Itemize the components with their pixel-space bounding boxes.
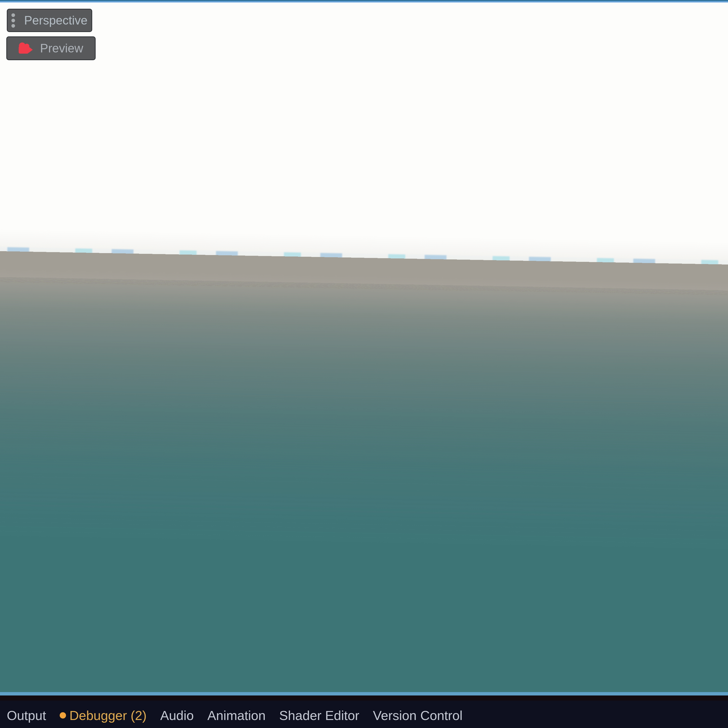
tab-animation[interactable]: Animation — [207, 708, 266, 723]
viewport-focus-border-top — [0, 0, 728, 3]
camera-icon — [19, 43, 33, 54]
tab-version-control-label: Version Control — [373, 708, 462, 723]
perspective-button[interactable]: Perspective — [7, 9, 92, 32]
sky — [0, 0, 728, 284]
distance-fog — [0, 251, 728, 552]
three-dots-vertical-icon — [11, 13, 15, 28]
preview-button[interactable]: Preview — [6, 37, 96, 60]
debugger-activity-dot-icon — [60, 712, 66, 719]
preview-button-label: Preview — [40, 41, 83, 55]
tab-output-label: Output — [7, 708, 46, 723]
bottom-panel: Output Debugger (2) Audio Animation Shad… — [0, 696, 728, 728]
tab-audio-label: Audio — [160, 708, 194, 723]
tab-debugger[interactable]: Debugger (2) — [60, 708, 147, 723]
tab-shader-editor-label: Shader Editor — [279, 708, 359, 723]
tab-audio[interactable]: Audio — [160, 708, 194, 723]
godot-editor: Perspective Preview Output Debugger (2) … — [0, 0, 728, 728]
scene-camera-roll — [0, 0, 728, 696]
tab-version-control[interactable]: Version Control — [373, 708, 462, 723]
3d-viewport[interactable]: Perspective Preview — [0, 0, 728, 696]
bottom-panel-tabs: Output Debugger (2) Audio Animation Shad… — [7, 703, 462, 728]
viewport-focus-border-bottom — [0, 692, 728, 696]
tab-animation-label: Animation — [207, 708, 266, 723]
perspective-button-label: Perspective — [24, 13, 87, 28]
tab-shader-editor[interactable]: Shader Editor — [279, 708, 359, 723]
tab-output[interactable]: Output — [7, 708, 46, 723]
tab-debugger-label: Debugger (2) — [69, 708, 147, 723]
